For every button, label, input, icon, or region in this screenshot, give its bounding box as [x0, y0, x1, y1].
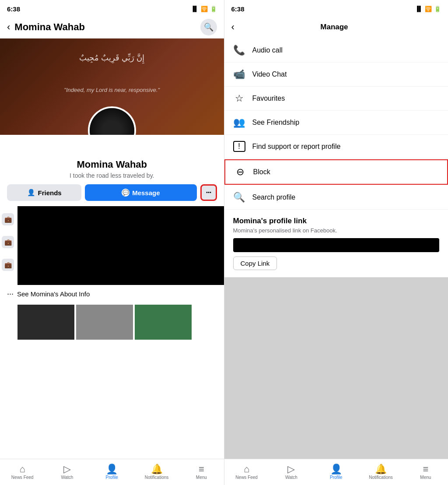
menu-item-see-friendship[interactable]: 👥 See Friendship [224, 111, 448, 135]
video-content-block [18, 206, 224, 285]
left-bottom-nav: ⌂ News Feed ▷ Watch 👤 Profile 🔔 Notifica… [0, 459, 224, 485]
about-info-row[interactable]: ··· See Momina's About Info [0, 285, 224, 303]
nav-news-feed-label: News Feed [11, 475, 34, 480]
nav-menu[interactable]: ≡ Menu [179, 459, 224, 485]
menu-item-find-support[interactable]: ! Find support or report profile [224, 135, 448, 158]
back-button[interactable]: ‹ [7, 21, 10, 33]
nav-menu-label: Menu [196, 475, 207, 480]
copy-link-button[interactable]: Copy Link [233, 257, 277, 270]
right-signal-icon: ▐▌ [415, 6, 423, 12]
block-icon: ⊖ [234, 166, 246, 178]
left-status-bar: 6:38 ▐▌ 🛜 🔋 [0, 0, 224, 16]
side-icon-3: 💼 [2, 259, 14, 271]
right-time: 6:38 [231, 5, 245, 13]
favourites-icon: ☆ [233, 93, 245, 104]
profile-icon: 👤 [106, 464, 118, 474]
right-nav-notifications[interactable]: 🔔 Notifications [358, 459, 403, 485]
menu-item-block[interactable]: ⊖ Block [224, 159, 448, 185]
search-profile-icon: 🔍 [233, 192, 245, 203]
profile-link-title: Momina's profile link [233, 217, 440, 225]
photo-thumb-1 [18, 305, 74, 340]
more-button[interactable]: ··· [200, 184, 217, 201]
nav-notifications[interactable]: 🔔 Notifications [134, 459, 179, 485]
cover-arabic-text: إِنَّ رَبِّي قَرِيبٌ مُجِيبٌ [79, 52, 144, 64]
right-nav-profile[interactable]: 👤 Profile [314, 459, 358, 485]
right-phone-panel: 6:38 ▐▌ 🛜 🔋 ‹ Manage 📞 Audio call 📹 Vide… [224, 0, 448, 485]
nav-watch[interactable]: ▷ Watch [45, 459, 89, 485]
manage-menu-list: 📞 Audio call 📹 Video Chat ☆ Favourites 👥… [224, 39, 448, 210]
left-status-icons: ▐▌ 🛜 🔋 [191, 6, 217, 12]
side-icon-1: 💼 [2, 213, 14, 225]
friends-icon: 👤 [27, 189, 35, 197]
profile-link-section: Momina's profile link Momina's personali… [224, 210, 448, 278]
manage-title: Manage [240, 23, 429, 32]
menu-item-search-profile[interactable]: 🔍 Search profile [224, 186, 448, 210]
search-button[interactable]: 🔍 [200, 19, 217, 35]
avatar-image [90, 108, 134, 135]
watch-icon: ▷ [63, 464, 71, 474]
side-icon-2: 💼 [2, 236, 14, 248]
cover-photo: إِنَّ رَبِّي قَرِيبٌ مُجِيبٌ "Indeed, my… [0, 39, 224, 135]
nav-news-feed[interactable]: ⌂ News Feed [0, 459, 45, 485]
left-phone-panel: 6:38 ▐▌ 🛜 🔋 ‹ Momina Wahab 🔍 إِنَّ رَبِّ… [0, 0, 224, 485]
profile-bio: I took the road less traveled by. [7, 172, 217, 179]
ellipsis-icon: ··· [7, 289, 14, 299]
messenger-icon: 💬 [122, 189, 130, 197]
friends-button[interactable]: 👤 Friends [7, 184, 81, 201]
message-button[interactable]: 💬 Message [85, 184, 196, 201]
nav-notifications-label: Notifications [145, 475, 168, 480]
block-label: Block [253, 168, 270, 176]
gray-content-area [224, 278, 448, 459]
left-time: 6:38 [7, 5, 20, 13]
audio-call-icon: 📞 [233, 45, 245, 56]
menu-item-audio-call[interactable]: 📞 Audio call [224, 39, 448, 63]
nav-profile[interactable]: 👤 Profile [90, 459, 134, 485]
right-watch-icon: ▷ [287, 464, 295, 474]
right-bell-icon: 🔔 [375, 464, 387, 474]
profile-info: Momina Wahab I took the road less travel… [0, 159, 224, 184]
right-nav-news-feed-label: News Feed [235, 475, 258, 480]
photo-thumb-2 [76, 305, 133, 340]
right-bottom-nav: ⌂ News Feed ▷ Watch 👤 Profile 🔔 Notifica… [224, 459, 448, 485]
search-icon: 🔍 [204, 22, 214, 32]
manage-header: ‹ Manage [224, 16, 448, 39]
manage-back-button[interactable]: ‹ [231, 21, 234, 33]
right-nav-menu[interactable]: ≡ Menu [403, 459, 448, 485]
cover-english-text: "Indeed, my Lord is near, responsive." [64, 87, 160, 93]
profile-avatar [88, 106, 136, 135]
wifi-icon: 🛜 [201, 6, 208, 12]
video-chat-icon: 📹 [233, 69, 245, 80]
see-friendship-icon: 👥 [233, 117, 245, 128]
audio-call-label: Audio call [252, 46, 283, 54]
right-profile-icon: 👤 [330, 464, 342, 474]
menu-item-video-chat[interactable]: 📹 Video Chat [224, 63, 448, 87]
right-nav-news-feed[interactable]: ⌂ News Feed [224, 459, 269, 485]
right-status-bar: 6:38 ▐▌ 🛜 🔋 [224, 0, 448, 16]
right-nav-notifications-label: Notifications [369, 475, 392, 480]
right-status-icons: ▐▌ 🛜 🔋 [415, 6, 441, 12]
right-nav-watch[interactable]: ▷ Watch [269, 459, 314, 485]
photo-strip [0, 303, 224, 340]
side-icons: 💼 💼 💼 [2, 213, 14, 271]
battery-icon: 🔋 [210, 6, 217, 12]
about-label: See Momina's About Info [17, 290, 90, 298]
page-title: Momina Wahab [14, 21, 200, 33]
find-support-label: Find support or report profile [252, 143, 341, 151]
right-wifi-icon: 🛜 [425, 6, 432, 12]
nav-watch-label: Watch [61, 475, 73, 480]
bell-icon: 🔔 [151, 464, 163, 474]
video-chat-label: Video Chat [252, 70, 287, 78]
profile-name: Momina Wahab [7, 159, 217, 170]
profile-link-subtitle: Momina's personalised link on Facebook. [233, 227, 440, 234]
signal-icon: ▐▌ [191, 6, 198, 12]
profile-content: 💼 💼 💼 ··· See Momina's About Info [0, 206, 224, 459]
right-nav-profile-label: Profile [330, 475, 342, 480]
home-icon: ⌂ [20, 464, 25, 474]
nav-profile-label: Profile [106, 475, 118, 480]
photo-thumb-3 [135, 305, 192, 340]
menu-item-favourites[interactable]: ☆ Favourites [224, 87, 448, 111]
right-nav-menu-label: Menu [420, 475, 431, 480]
right-menu-icon: ≡ [423, 464, 428, 474]
menu-icon: ≡ [199, 464, 204, 474]
see-friendship-label: See Friendship [252, 119, 300, 127]
